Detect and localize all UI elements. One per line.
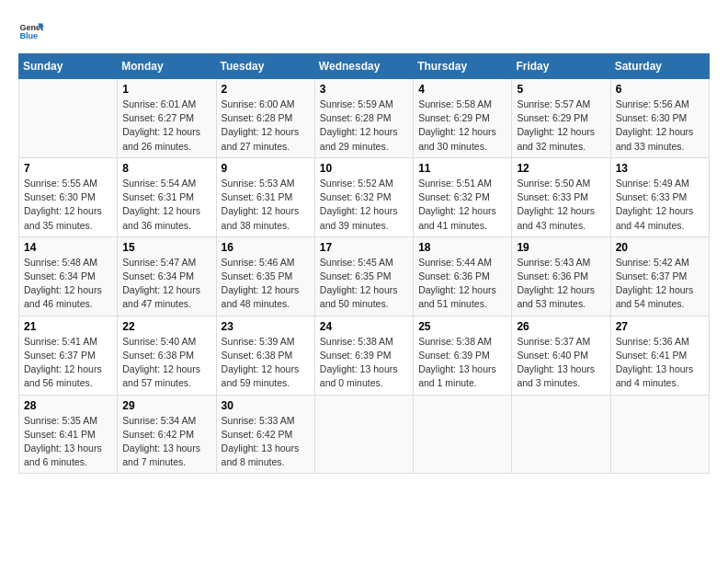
day-cell: 18Sunrise: 5:44 AMSunset: 6:36 PMDayligh… bbox=[414, 236, 512, 316]
day-cell: 13Sunrise: 5:49 AMSunset: 6:33 PMDayligh… bbox=[610, 157, 709, 236]
week-row: 28Sunrise: 5:35 AMSunset: 6:41 PMDayligh… bbox=[19, 395, 710, 474]
day-info: Sunrise: 5:59 AMSunset: 6:28 PMDaylight:… bbox=[320, 98, 408, 154]
day-cell: 10Sunrise: 5:52 AMSunset: 6:32 PMDayligh… bbox=[314, 157, 413, 236]
day-cell: 4Sunrise: 5:58 AMSunset: 6:29 PMDaylight… bbox=[414, 79, 512, 158]
day-info: Sunrise: 5:52 AMSunset: 6:32 PMDaylight:… bbox=[320, 177, 408, 233]
day-cell: 25Sunrise: 5:38 AMSunset: 6:39 PMDayligh… bbox=[414, 316, 512, 395]
day-info: Sunrise: 5:43 AMSunset: 6:36 PMDaylight:… bbox=[517, 256, 605, 312]
week-row: 1Sunrise: 6:01 AMSunset: 6:27 PMDaylight… bbox=[19, 79, 710, 158]
day-info: Sunrise: 5:37 AMSunset: 6:40 PMDaylight:… bbox=[517, 335, 605, 391]
day-info: Sunrise: 5:47 AMSunset: 6:34 PMDaylight:… bbox=[122, 256, 210, 312]
header-day: Friday bbox=[512, 54, 610, 79]
day-number: 20 bbox=[616, 241, 704, 254]
day-cell: 22Sunrise: 5:40 AMSunset: 6:38 PMDayligh… bbox=[118, 316, 216, 395]
logo: General Blue bbox=[18, 18, 48, 44]
calendar-table: SundayMondayTuesdayWednesdayThursdayFrid… bbox=[18, 53, 710, 474]
day-cell: 21Sunrise: 5:41 AMSunset: 6:37 PMDayligh… bbox=[19, 316, 118, 395]
day-number: 21 bbox=[24, 320, 112, 333]
day-number: 13 bbox=[616, 162, 704, 175]
day-number: 23 bbox=[222, 320, 310, 333]
day-cell: 23Sunrise: 5:39 AMSunset: 6:38 PMDayligh… bbox=[216, 316, 314, 395]
day-cell bbox=[512, 395, 610, 474]
logo-icon: General Blue bbox=[18, 18, 44, 44]
day-info: Sunrise: 5:41 AMSunset: 6:37 PMDaylight:… bbox=[24, 335, 112, 391]
day-number: 2 bbox=[222, 83, 310, 96]
header-day: Sunday bbox=[19, 54, 118, 79]
day-cell: 16Sunrise: 5:46 AMSunset: 6:35 PMDayligh… bbox=[216, 236, 314, 316]
day-number: 10 bbox=[320, 162, 408, 175]
day-cell bbox=[19, 79, 118, 158]
day-cell: 29Sunrise: 5:34 AMSunset: 6:42 PMDayligh… bbox=[118, 395, 216, 474]
day-cell: 6Sunrise: 5:56 AMSunset: 6:30 PMDaylight… bbox=[610, 79, 709, 158]
day-info: Sunrise: 5:38 AMSunset: 6:39 PMDaylight:… bbox=[418, 335, 506, 391]
day-number: 16 bbox=[222, 241, 310, 254]
day-cell: 5Sunrise: 5:57 AMSunset: 6:29 PMDaylight… bbox=[512, 79, 610, 158]
day-info: Sunrise: 5:36 AMSunset: 6:41 PMDaylight:… bbox=[616, 335, 704, 391]
day-number: 5 bbox=[517, 83, 605, 96]
day-cell: 17Sunrise: 5:45 AMSunset: 6:35 PMDayligh… bbox=[314, 236, 413, 316]
day-cell: 30Sunrise: 5:33 AMSunset: 6:42 PMDayligh… bbox=[216, 395, 314, 474]
day-info: Sunrise: 5:56 AMSunset: 6:30 PMDaylight:… bbox=[616, 98, 704, 154]
day-number: 14 bbox=[24, 241, 112, 254]
day-info: Sunrise: 5:42 AMSunset: 6:37 PMDaylight:… bbox=[616, 256, 704, 312]
header-day: Tuesday bbox=[216, 54, 314, 79]
day-number: 19 bbox=[517, 241, 605, 254]
day-info: Sunrise: 5:38 AMSunset: 6:39 PMDaylight:… bbox=[320, 335, 408, 391]
day-cell: 20Sunrise: 5:42 AMSunset: 6:37 PMDayligh… bbox=[610, 236, 709, 316]
day-cell: 3Sunrise: 5:59 AMSunset: 6:28 PMDaylight… bbox=[314, 79, 413, 158]
day-info: Sunrise: 5:57 AMSunset: 6:29 PMDaylight:… bbox=[517, 98, 605, 154]
day-cell: 27Sunrise: 5:36 AMSunset: 6:41 PMDayligh… bbox=[610, 316, 709, 395]
header-day: Wednesday bbox=[314, 54, 413, 79]
day-number: 22 bbox=[122, 320, 210, 333]
day-info: Sunrise: 5:50 AMSunset: 6:33 PMDaylight:… bbox=[517, 177, 605, 233]
day-cell: 8Sunrise: 5:54 AMSunset: 6:31 PMDaylight… bbox=[118, 157, 216, 236]
day-info: Sunrise: 5:40 AMSunset: 6:38 PMDaylight:… bbox=[122, 335, 210, 391]
day-cell bbox=[610, 395, 709, 474]
day-cell: 11Sunrise: 5:51 AMSunset: 6:32 PMDayligh… bbox=[414, 157, 512, 236]
week-row: 21Sunrise: 5:41 AMSunset: 6:37 PMDayligh… bbox=[19, 316, 710, 395]
day-number: 27 bbox=[616, 320, 704, 333]
day-number: 25 bbox=[418, 320, 506, 333]
day-cell: 12Sunrise: 5:50 AMSunset: 6:33 PMDayligh… bbox=[512, 157, 610, 236]
day-number: 6 bbox=[616, 83, 704, 96]
day-cell: 7Sunrise: 5:55 AMSunset: 6:30 PMDaylight… bbox=[19, 157, 118, 236]
day-number: 15 bbox=[122, 241, 210, 254]
day-info: Sunrise: 5:33 AMSunset: 6:42 PMDaylight:… bbox=[222, 414, 310, 470]
day-number: 26 bbox=[517, 320, 605, 333]
day-number: 8 bbox=[122, 162, 210, 175]
header-day: Saturday bbox=[610, 54, 709, 79]
day-cell: 9Sunrise: 5:53 AMSunset: 6:31 PMDaylight… bbox=[216, 157, 314, 236]
day-cell bbox=[414, 395, 512, 474]
day-cell: 15Sunrise: 5:47 AMSunset: 6:34 PMDayligh… bbox=[118, 236, 216, 316]
day-info: Sunrise: 5:58 AMSunset: 6:29 PMDaylight:… bbox=[418, 98, 506, 154]
day-info: Sunrise: 5:48 AMSunset: 6:34 PMDaylight:… bbox=[24, 256, 112, 312]
day-cell: 24Sunrise: 5:38 AMSunset: 6:39 PMDayligh… bbox=[314, 316, 413, 395]
day-number: 9 bbox=[222, 162, 310, 175]
day-info: Sunrise: 5:46 AMSunset: 6:35 PMDaylight:… bbox=[222, 256, 310, 312]
day-info: Sunrise: 5:34 AMSunset: 6:42 PMDaylight:… bbox=[122, 414, 210, 470]
day-cell: 28Sunrise: 5:35 AMSunset: 6:41 PMDayligh… bbox=[19, 395, 118, 474]
day-info: Sunrise: 5:35 AMSunset: 6:41 PMDaylight:… bbox=[24, 414, 112, 470]
svg-text:Blue: Blue bbox=[19, 31, 38, 40]
day-info: Sunrise: 5:53 AMSunset: 6:31 PMDaylight:… bbox=[222, 177, 310, 233]
day-number: 11 bbox=[418, 162, 506, 175]
week-row: 7Sunrise: 5:55 AMSunset: 6:30 PMDaylight… bbox=[19, 157, 710, 236]
day-info: Sunrise: 5:51 AMSunset: 6:32 PMDaylight:… bbox=[418, 177, 506, 233]
day-number: 4 bbox=[418, 83, 506, 96]
day-info: Sunrise: 5:55 AMSunset: 6:30 PMDaylight:… bbox=[24, 177, 112, 233]
day-cell: 2Sunrise: 6:00 AMSunset: 6:28 PMDaylight… bbox=[216, 79, 314, 158]
day-number: 30 bbox=[222, 399, 310, 412]
day-number: 18 bbox=[418, 241, 506, 254]
day-number: 24 bbox=[320, 320, 408, 333]
day-info: Sunrise: 6:01 AMSunset: 6:27 PMDaylight:… bbox=[122, 98, 210, 154]
header: General Blue bbox=[18, 18, 710, 44]
day-info: Sunrise: 5:39 AMSunset: 6:38 PMDaylight:… bbox=[222, 335, 310, 391]
day-cell: 1Sunrise: 6:01 AMSunset: 6:27 PMDaylight… bbox=[118, 79, 216, 158]
day-number: 28 bbox=[24, 399, 112, 412]
day-cell bbox=[314, 395, 413, 474]
header-row: SundayMondayTuesdayWednesdayThursdayFrid… bbox=[19, 54, 710, 79]
day-number: 17 bbox=[320, 241, 408, 254]
day-info: Sunrise: 5:49 AMSunset: 6:33 PMDaylight:… bbox=[616, 177, 704, 233]
day-number: 3 bbox=[320, 83, 408, 96]
day-cell: 26Sunrise: 5:37 AMSunset: 6:40 PMDayligh… bbox=[512, 316, 610, 395]
